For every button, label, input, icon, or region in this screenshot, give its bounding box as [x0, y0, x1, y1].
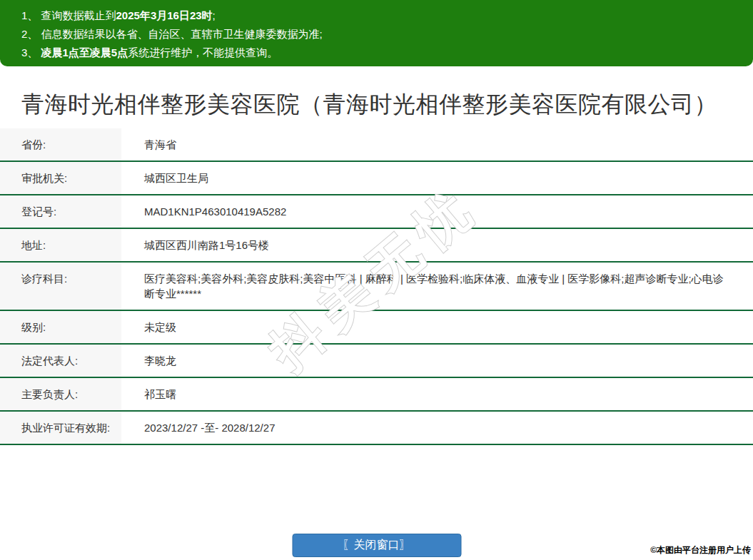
notice-line-2: 2、 信息数据结果以各省、自治区、直辖市卫生健康委数据为准;: [21, 25, 739, 44]
row-value: 未定级: [121, 311, 753, 343]
row-value: MAD1KN1P463010419A5282: [121, 195, 753, 228]
info-table: 省份: 青海省 审批机关: 城西区卫生局 登记号: MAD1KN1P463010…: [0, 128, 753, 445]
page: 1、 查询数据截止到2025年3月16日23时; 2、 信息数据结果以各省、自治…: [0, 0, 753, 560]
table-row-main-responsible-person: 主要负责人: 祁玉曙: [0, 378, 753, 412]
row-value: 城西区卫生局: [121, 162, 753, 194]
row-label: 诊疗科目:: [0, 263, 121, 310]
notice-3-text: 3、: [21, 46, 41, 58]
notice-1-bold: 2025年3月16日23时: [116, 9, 213, 21]
row-value: 2023/12/27 -至- 2028/12/27: [121, 412, 753, 444]
row-label: 级别:: [0, 311, 121, 343]
notice-line-3: 3、 凌晨1点至凌晨5点系统进行维护，不能提供查询。: [21, 44, 739, 62]
table-row-province: 省份: 青海省: [0, 128, 753, 162]
row-label: 法定代表人:: [0, 345, 121, 377]
table-row-treatment-subjects: 诊疗科目: 医疗美容科;美容外科;美容皮肤科;美容中医科 | 麻醉科 | 医学检…: [0, 263, 753, 311]
table-row-legal-representative: 法定代表人: 李晓龙: [0, 345, 753, 378]
row-label: 省份:: [0, 128, 121, 161]
table-row-approval-authority: 审批机关: 城西区卫生局: [0, 162, 753, 195]
row-value: 城西区西川南路1号16号楼: [121, 229, 753, 261]
notice-1-tail: ;: [213, 9, 216, 21]
table-row-registration-number: 登记号: MAD1KN1P463010419A5282: [0, 195, 753, 229]
notice-3-tail: 系统进行维护，不能提供查询。: [128, 46, 278, 58]
notice-1-text: 1、 查询数据截止到: [21, 9, 116, 21]
row-label: 审批机关:: [0, 162, 121, 194]
page-title: 青海时光相伴整形美容医院（青海时光相伴整形美容医院有限公司）: [21, 90, 732, 118]
row-label: 地址:: [0, 229, 121, 261]
row-value: 青海省: [121, 128, 753, 161]
image-credit: ©本图由平台注册用户上传: [650, 544, 751, 556]
table-row-address: 地址: 城西区西川南路1号16号楼: [0, 229, 753, 263]
notice-2-text: 2、 信息数据结果以各省、自治区、直辖市卫生健康委数据为准;: [21, 28, 323, 40]
notice-line-1: 1、 查询数据截止到2025年3月16日23时;: [21, 6, 739, 25]
row-label: 主要负责人:: [0, 378, 121, 410]
close-window-button[interactable]: 〖关闭窗口〗: [292, 534, 461, 557]
row-value: 医疗美容科;美容外科;美容皮肤科;美容中医科 | 麻醉科 | 医学检验科;临床体…: [121, 263, 753, 310]
notice-banner: 1、 查询数据截止到2025年3月16日23时; 2、 信息数据结果以各省、自治…: [0, 0, 753, 66]
notice-3-bold: 凌晨1点至凌晨5点: [41, 46, 128, 58]
row-value: 李晓龙: [121, 345, 753, 377]
row-label: 登记号:: [0, 195, 121, 228]
table-row-level: 级别: 未定级: [0, 311, 753, 345]
table-row-license-validity: 执业许可证有效期: 2023/12/27 -至- 2028/12/27: [0, 412, 753, 445]
row-label: 执业许可证有效期:: [0, 412, 121, 444]
row-value: 祁玉曙: [121, 378, 753, 410]
